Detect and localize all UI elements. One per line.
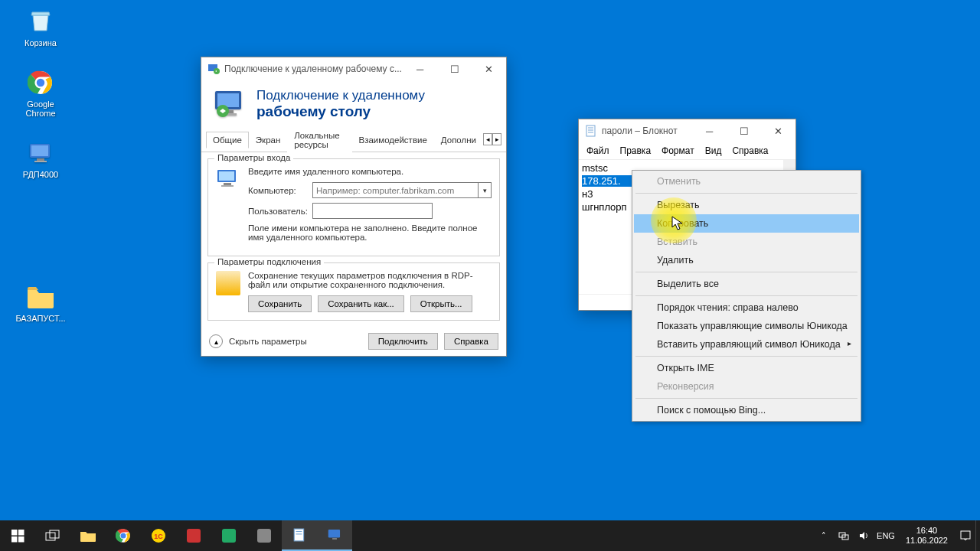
notepad-menubar: Файл Правка Формат Вид Справка (579, 142, 795, 160)
notepad-app-icon (585, 125, 597, 137)
connection-fieldset: Параметры подключения Сохранение текущих… (207, 262, 500, 321)
ctx-reading-order[interactable]: Порядок чтения: справа налево (634, 298, 859, 317)
ctx-delete[interactable]: Удалить (634, 251, 859, 269)
tab-experience[interactable]: Взаимодействие (352, 132, 434, 148)
notepad-titlebar[interactable]: пароли – Блокнот ─ ☐ ✕ (579, 119, 795, 142)
save-button[interactable]: Сохранить (248, 295, 312, 312)
folder-icon (25, 282, 56, 312)
menu-format[interactable]: Формат (657, 144, 699, 158)
minimize-button[interactable]: ─ (403, 57, 437, 80)
tray-volume-icon[interactable] (857, 530, 871, 541)
saveas-button[interactable]: Сохранить как... (318, 295, 404, 312)
start-button[interactable] (0, 520, 35, 551)
connection-text: Сохранение текущих параметров подключени… (248, 271, 492, 289)
desktop-icon-chrome[interactable]: Google Chrome (14, 67, 67, 118)
taskbar-notepad[interactable] (282, 520, 317, 551)
svg-rect-23 (18, 530, 24, 536)
computer-dropdown[interactable]: ▾ (478, 182, 492, 198)
svg-rect-35 (294, 529, 303, 541)
taskbar-rdp[interactable] (317, 520, 352, 551)
user-label: Пользователь: (248, 207, 308, 216)
desktop-icon-label: Google Chrome (14, 99, 67, 118)
svg-rect-4 (31, 145, 48, 156)
taskbar-app-green[interactable] (211, 520, 247, 551)
tray-language[interactable]: ENG (877, 531, 895, 540)
ctx-cut[interactable]: Вырезать (634, 196, 859, 214)
login-hint: Поле имени компьютера не заполнено. Введ… (248, 223, 492, 242)
system-tray: ˄ ENG 16:40 11.06.2022 (817, 526, 975, 546)
tab-advanced[interactable]: Дополни (434, 132, 483, 148)
ctx-show-unicode[interactable]: Показать управляющие символы Юникода (634, 317, 859, 335)
svg-rect-33 (222, 529, 236, 543)
taskview-button[interactable] (35, 520, 70, 551)
connect-button[interactable]: Подключить (368, 333, 438, 350)
taskbar-chrome[interactable] (106, 520, 141, 551)
rdp-footer: ▴ Скрыть параметры Подключить Справка (201, 327, 506, 356)
maximize-button[interactable]: ☐ (437, 57, 472, 80)
folder-icon (216, 271, 240, 295)
user-input[interactable] (312, 203, 433, 219)
ctx-undo: Отменить (634, 172, 859, 191)
close-button[interactable]: ✕ (761, 119, 795, 142)
tray-clock[interactable]: 16:40 11.06.2022 (901, 526, 952, 546)
open-button[interactable]: Открыть... (410, 295, 472, 312)
desktop-icon-label: Корзина (14, 38, 67, 47)
svg-rect-24 (11, 536, 18, 543)
taskbar: 1C ˄ ENG 16:40 11.06.2022 (0, 520, 980, 551)
svg-rect-32 (187, 529, 201, 543)
svg-rect-10 (217, 93, 239, 107)
desktop-icon-recycle[interactable]: Корзина (14, 6, 67, 47)
menu-file[interactable]: Файл (582, 144, 614, 158)
tab-general[interactable]: Общие (206, 132, 249, 148)
rdp-file-icon (25, 138, 56, 168)
ctx-select-all[interactable]: Выделить все (634, 275, 859, 293)
login-fieldset: Параметры входа Введите имя удаленного к… (207, 158, 500, 256)
menu-view[interactable]: Вид (701, 144, 727, 158)
show-desktop-button[interactable] (975, 520, 980, 551)
rdp-titlebar[interactable]: Подключение к удаленному рабочему с... ─… (201, 57, 506, 80)
collapse-icon[interactable]: ▴ (209, 334, 223, 348)
tray-notifications-icon[interactable] (959, 530, 972, 542)
svg-point-29 (120, 533, 126, 538)
svg-rect-22 (11, 530, 18, 536)
desktop-icon-label: РДП4000 (14, 170, 67, 179)
svg-rect-6 (34, 161, 47, 162)
taskbar-app-grey[interactable] (247, 520, 282, 551)
taskbar-1c[interactable]: 1C (141, 520, 176, 551)
ctx-search-bing[interactable]: Поиск с помощью Bing... (634, 401, 859, 419)
minimize-button[interactable]: ─ (692, 119, 727, 142)
tab-scroll-right[interactable]: ▸ (492, 133, 501, 145)
computer-icon (216, 167, 240, 191)
connection-legend: Параметры подключения (214, 257, 324, 266)
menu-help[interactable]: Справка (727, 144, 773, 158)
tab-scroll-left[interactable]: ◂ (483, 133, 492, 145)
desktop-icon-folder[interactable]: БАЗАПУСТ... (14, 282, 67, 323)
desktop-icon-label: БАЗАПУСТ... (14, 314, 67, 323)
ctx-insert-unicode[interactable]: Вставить управляющий символ Юникода (634, 335, 859, 354)
taskbar-app-red[interactable] (176, 520, 211, 551)
help-button[interactable]: Справка (444, 333, 498, 350)
login-legend: Параметры входа (214, 153, 293, 162)
svg-rect-16 (224, 183, 231, 185)
ctx-paste: Вставить (634, 233, 859, 251)
svg-rect-26 (46, 533, 55, 540)
ctx-copy[interactable]: Копировать (634, 214, 859, 233)
tray-network-icon[interactable] (837, 530, 851, 541)
tab-display[interactable]: Экран (249, 132, 287, 148)
ctx-reconvert: Реконверсия (634, 377, 859, 396)
rdp-title-text: Подключение к удаленному рабочему с... (224, 64, 403, 74)
tab-local[interactable]: Локальные ресурсы (287, 127, 351, 152)
computer-input[interactable] (312, 182, 478, 198)
rdp-app-icon (207, 63, 220, 75)
login-prompt: Введите имя удаленного компьютера. (248, 167, 492, 176)
hide-params-link[interactable]: Скрыть параметры (229, 337, 307, 346)
ctx-open-ime[interactable]: Открыть IME (634, 359, 859, 377)
maximize-button[interactable]: ☐ (727, 119, 761, 142)
close-button[interactable]: ✕ (472, 57, 506, 80)
desktop-icon-rdp4000[interactable]: РДП4000 (14, 138, 67, 179)
menu-edit[interactable]: Правка (616, 144, 656, 158)
taskbar-explorer[interactable] (70, 520, 106, 551)
svg-rect-17 (221, 185, 234, 187)
tray-chevron-icon[interactable]: ˄ (817, 531, 831, 541)
context-menu: Отменить Вырезать Копировать Вставить Уд… (632, 170, 861, 422)
